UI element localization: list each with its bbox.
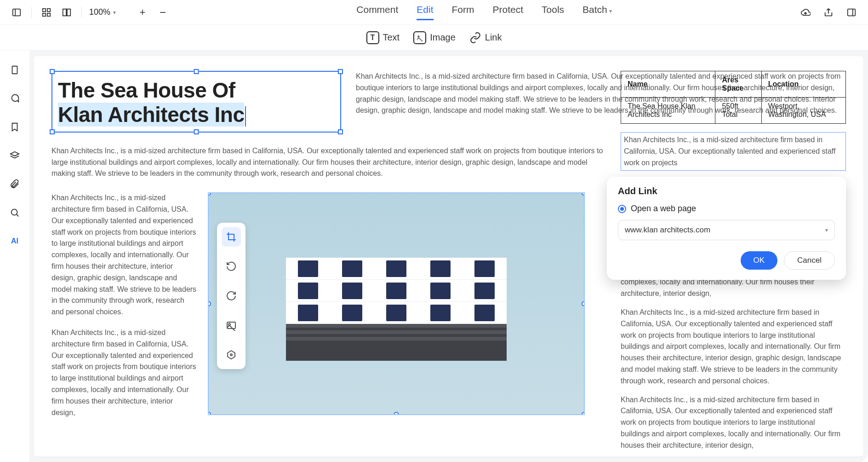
svg-rect-5	[47, 13, 50, 16]
text-icon: T	[366, 31, 379, 44]
tab-comment[interactable]: Comment	[356, 4, 398, 20]
image-tools-panel	[217, 223, 246, 369]
resize-handle[interactable]	[338, 129, 343, 134]
chevron-down-icon: ▾	[609, 8, 612, 14]
resize-handle[interactable]	[394, 412, 399, 415]
document-page[interactable]: The Sea House Of Klan Architects Inc Kha…	[34, 56, 863, 456]
svg-line-13	[17, 214, 19, 217]
zoom-out-button[interactable]: −	[155, 5, 170, 20]
tab-protect[interactable]: Protect	[493, 4, 524, 20]
separator	[81, 7, 82, 18]
svg-rect-4	[43, 13, 46, 16]
image-icon	[413, 31, 426, 44]
resize-handle[interactable]	[208, 301, 211, 306]
zoom-value: 100%	[89, 7, 110, 17]
search-icon[interactable]	[7, 205, 22, 220]
resize-handle[interactable]	[582, 412, 585, 415]
svg-point-10	[418, 36, 419, 37]
main-tabs: Comment Edit Form Protect Tools Batch▾	[176, 4, 793, 20]
svg-rect-8	[848, 9, 856, 16]
resize-handle[interactable]	[194, 69, 199, 74]
bookmark-icon[interactable]	[7, 120, 22, 134]
building-illustration	[286, 258, 507, 361]
svg-point-12	[11, 209, 17, 215]
info-table: Name Ares Space Location The Sea House K…	[621, 71, 846, 124]
selected-text-box[interactable]: The Sea House Of Klan Architects Inc	[51, 71, 341, 133]
linked-text-highlight[interactable]: Khan Architects Inc., is a mid-sized arc…	[621, 132, 846, 171]
share-icon[interactable]	[821, 5, 836, 20]
resize-handle[interactable]	[50, 69, 55, 74]
resize-handle[interactable]	[208, 192, 211, 196]
rotate-right-icon[interactable]	[222, 286, 241, 306]
edit-link-button[interactable]: Link	[469, 32, 502, 44]
tab-tools[interactable]: Tools	[542, 4, 564, 20]
resize-handle[interactable]	[208, 412, 211, 415]
comments-icon[interactable]	[7, 91, 22, 106]
svg-rect-0	[13, 9, 21, 16]
svg-marker-16	[228, 351, 235, 359]
svg-point-17	[230, 354, 232, 356]
grid-view-icon[interactable]	[39, 5, 54, 20]
paragraph: Khan Architects Inc., is a mid-sized arc…	[51, 327, 199, 418]
two-page-icon[interactable]	[59, 5, 74, 20]
rotate-left-icon[interactable]	[222, 257, 241, 276]
tab-edit[interactable]: Edit	[417, 4, 433, 20]
paragraph: Khan Architects Inc., is a mid-sized arc…	[51, 145, 603, 179]
resize-handle[interactable]	[582, 192, 585, 196]
panel-toggle-icon[interactable]	[9, 5, 24, 20]
title-line-2[interactable]: Klan Architects Inc	[58, 103, 335, 127]
edit-image-button[interactable]: Image	[413, 31, 456, 44]
table-row: The Sea House Klan Architects Inc 550ft …	[621, 98, 846, 124]
right-panel-icon[interactable]	[844, 5, 859, 20]
resize-handle[interactable]	[194, 129, 199, 134]
left-sidebar: AI	[0, 51, 29, 462]
link-icon	[469, 32, 481, 44]
text-caret	[245, 106, 246, 127]
table-header: Name	[621, 71, 715, 98]
chevron-down-icon: ▾	[113, 9, 116, 16]
attachment-icon[interactable]	[7, 177, 22, 191]
replace-image-icon[interactable]	[222, 316, 241, 335]
crop-icon[interactable]	[222, 227, 241, 247]
title-line-1[interactable]: The Sea House Of	[58, 78, 335, 103]
table-header: Ares Space	[715, 71, 761, 98]
ai-icon[interactable]: AI	[7, 234, 22, 248]
pages-icon[interactable]	[7, 63, 22, 77]
resize-handle[interactable]	[582, 301, 585, 306]
tab-batch[interactable]: Batch▾	[582, 4, 612, 20]
svg-rect-3	[47, 8, 50, 11]
settings-icon[interactable]	[222, 345, 241, 364]
cloud-upload-icon[interactable]	[798, 5, 813, 20]
table-header: Location	[761, 71, 845, 98]
svg-rect-11	[12, 66, 17, 74]
zoom-in-button[interactable]: +	[135, 5, 150, 20]
zoom-dropdown[interactable]: 100%▾	[89, 7, 116, 17]
edit-text-button[interactable]: TText	[366, 31, 400, 44]
separator	[31, 7, 32, 18]
layers-icon[interactable]	[7, 148, 22, 163]
svg-rect-6	[63, 9, 66, 16]
svg-rect-2	[43, 8, 46, 11]
svg-rect-7	[67, 9, 70, 16]
resize-handle[interactable]	[50, 129, 55, 134]
resize-handle[interactable]	[338, 69, 343, 74]
tab-form[interactable]: Form	[452, 4, 474, 20]
selected-image[interactable]	[208, 192, 585, 415]
paragraph: Khan Architects Inc., is a mid-sized arc…	[51, 192, 199, 318]
